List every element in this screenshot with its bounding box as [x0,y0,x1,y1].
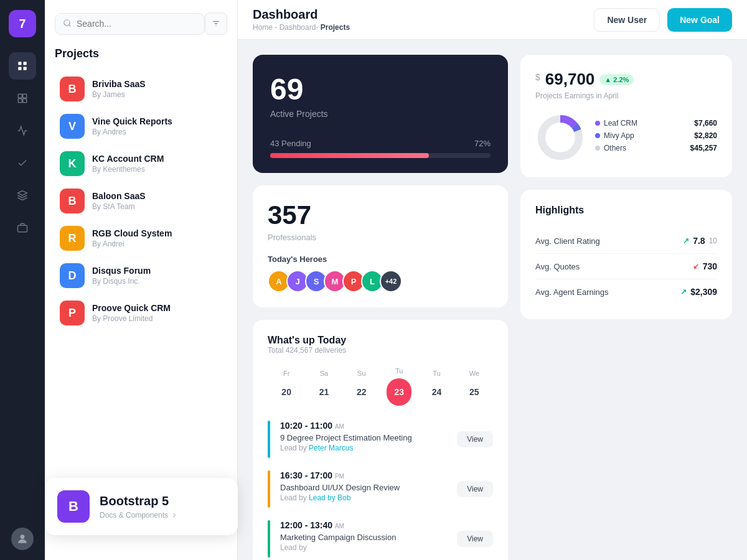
event-item: 16:30 - 17:00 PM Dashboard UI/UX Design … [268,470,493,508]
project-item[interactable]: V Vine Quick Reports By Andres [55,108,227,145]
calendar-day[interactable]: Fr20 [268,370,305,403]
earnings-legend: Leaf CRM $7,660 Mivy App $2,820 Others $… [595,119,717,156]
progress-bar-track [270,153,491,158]
main-column: 69 Active Projects 43 Pending 72% 357 [253,55,508,545]
schedule-card: What's up Today Total 424,567 deliveries… [253,320,508,560]
bottom-user-avatar[interactable] [11,528,34,550]
topbar: Dashboard Home - Dashboard- Projects New… [238,0,747,40]
earnings-subtitle: Projects Earnings in April [535,91,717,100]
nav-icon-stack[interactable] [9,182,36,209]
filter-button[interactable] [205,12,227,35]
search-area [55,12,227,35]
calendar-day[interactable]: Sa21 [305,370,342,403]
nav-sidebar: 7 [0,0,45,560]
project-item[interactable]: P Proove Quick CRM By Proove Limited [55,294,227,332]
project-info: Briviba SaaS By James [92,79,146,99]
page-title: Dashboard [253,7,350,22]
project-logo: D [60,263,85,288]
progress-bar-fill [270,153,429,158]
calendar-day[interactable]: Tu24 [418,370,455,403]
project-item[interactable]: K KC Account CRM By Keenthemes [55,145,227,182]
legend-dot [595,121,600,126]
event-border [268,421,270,458]
project-item[interactable]: D Disqus Forum By Disqus Inc. [55,257,227,294]
event-time: 10:20 - 11:00 AM [280,421,412,431]
cal-day-num: 22 [350,381,373,403]
search-input[interactable] [77,19,197,29]
legend-value: $7,660 [694,119,717,128]
highlights-rows: Avg. Client Rating ↗ 7.8 10 Avg. Quotes … [535,228,717,304]
earnings-amount: 69,700 [545,70,595,89]
cal-day-label: Tu [418,370,455,377]
project-info: Vine Quick Reports By Andres [92,116,172,136]
highlight-row: Avg. Agent Earnings ↗ $2,309 [535,279,717,304]
event-view-button[interactable]: View [457,531,493,547]
project-logo: V [60,114,85,139]
event-title: 9 Degree Project Estimation Meeting [280,433,412,442]
svg-rect-6 [18,99,22,103]
project-name: Briviba SaaS [92,79,146,89]
event-item: 12:00 - 13:40 AM Marketing Campaign Disc… [268,520,493,558]
donut-row: Leaf CRM $7,660 Mivy App $2,820 Others $… [535,113,717,162]
calendar-day[interactable]: Tu23 [380,367,418,406]
event-ampm: PM [335,473,344,480]
event-view-button[interactable]: View [457,431,493,447]
side-column: $ 69,700 ▲ 2.2% Projects Earnings in Apr… [520,55,732,545]
cal-day-label: Sa [305,370,342,377]
svg-rect-5 [23,94,27,98]
project-author: By Proove Limited [92,314,171,323]
breadcrumb: Home - Dashboard- Projects [253,23,350,32]
search-icon [63,19,72,29]
calendar-row: Fr20Sa21Su22Tu23Tu24We25 [268,367,493,406]
bootstrap-card[interactable]: B Bootstrap 5 Docs & Components [45,478,238,535]
progress-section: 43 Pending 72% [270,139,491,158]
schedule-sub: Total 424,567 deliveries [268,346,493,355]
legend-label: Mivy App [604,131,634,140]
calendar-day[interactable]: Su22 [343,370,380,403]
event-title: Dashboard UI/UX Design Review [280,483,400,492]
legend-item: Mivy App $2,820 [595,131,717,140]
project-logo: P [60,301,85,325]
project-logo: B [60,189,85,213]
svg-line-12 [69,24,71,26]
cal-day-num: 25 [463,381,486,403]
user-avatar[interactable]: 7 [9,10,36,37]
event-lead: Lead by Lead by Bob [280,493,400,502]
event-lead-link[interactable]: Peter Marcus [309,444,353,452]
new-goal-button[interactable]: New Goal [667,8,732,32]
project-item[interactable]: B Briviba SaaS By James [55,70,227,108]
event-lead: Lead by [280,543,396,552]
projects-list: B Briviba SaaS By James V Vine Quick Rep… [55,70,227,332]
project-info: Disqus Forum By Disqus Inc. [92,266,151,286]
pending-count: 43 Pending [270,139,311,148]
new-user-button[interactable]: New User [594,8,660,32]
project-logo: R [60,226,85,251]
legend-label: Leaf CRM [604,119,637,128]
legend-name: Leaf CRM [595,119,637,128]
event-border [268,520,270,558]
highlight-label: Avg. Client Rating [535,236,600,246]
project-item[interactable]: R RGB Cloud System By Andrei [55,220,227,257]
progress-pct: 72% [474,139,491,148]
event-view-button[interactable]: View [457,481,493,497]
trend-icon: ↗ [683,236,689,245]
nav-icon-grid[interactable] [9,52,36,80]
donut-chart [535,113,585,162]
project-item[interactable]: B Baloon SaaS By SIA Team [55,182,227,220]
nav-icon-chart[interactable] [9,117,36,144]
legend-name: Others [595,144,626,152]
project-info: Baloon SaaS By SIA Team [92,191,146,211]
cal-day-num: 24 [425,381,448,403]
event-lead-link[interactable]: Lead by Bob [309,493,350,502]
calendar-day[interactable]: We25 [456,370,493,403]
nav-icon-layers[interactable] [9,85,36,112]
project-author: By Disqus Inc. [92,277,151,286]
project-info: KC Account CRM By Keenthemes [92,154,164,174]
nav-icon-briefcase[interactable] [9,214,36,241]
legend-label: Others [604,144,626,152]
svg-rect-9 [18,225,27,232]
projects-panel: Projects B Briviba SaaS By James V Vine … [45,0,238,560]
highlight-row: Avg. Quotes ↙ 730 [535,254,717,279]
legend-dot [595,146,600,151]
nav-icon-check[interactable] [9,149,36,177]
